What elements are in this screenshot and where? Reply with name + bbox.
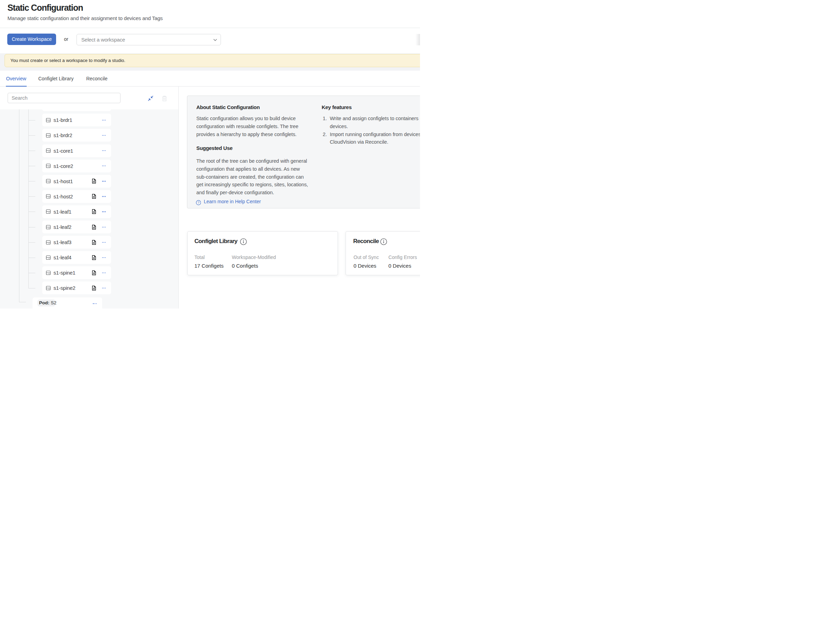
svg-text:?: ? — [197, 201, 199, 204]
